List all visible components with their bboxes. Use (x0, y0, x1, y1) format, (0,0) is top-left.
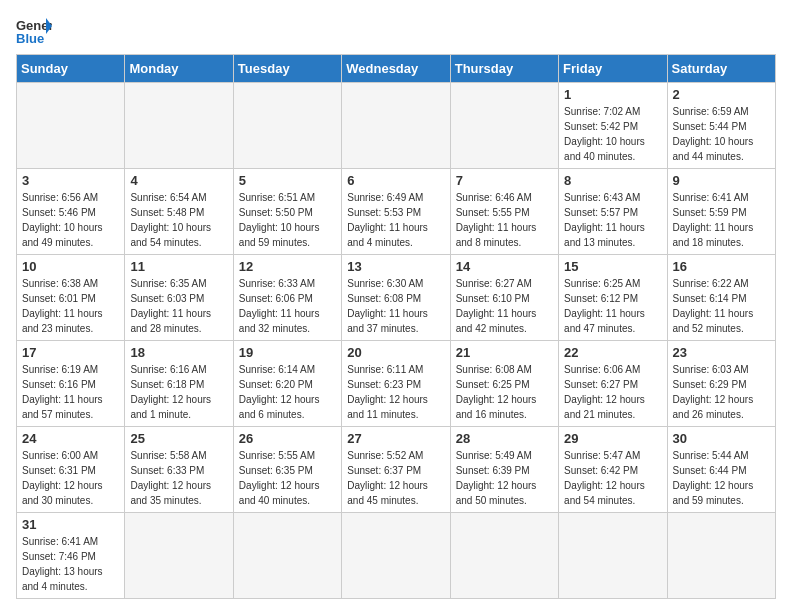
day-info: Sunrise: 6:49 AM Sunset: 5:53 PM Dayligh… (347, 190, 444, 250)
day-info: Sunrise: 6:11 AM Sunset: 6:23 PM Dayligh… (347, 362, 444, 422)
calendar-cell: 25Sunrise: 5:58 AM Sunset: 6:33 PM Dayli… (125, 427, 233, 513)
calendar-cell: 13Sunrise: 6:30 AM Sunset: 6:08 PM Dayli… (342, 255, 450, 341)
day-info: Sunrise: 5:47 AM Sunset: 6:42 PM Dayligh… (564, 448, 661, 508)
calendar-cell: 7Sunrise: 6:46 AM Sunset: 5:55 PM Daylig… (450, 169, 558, 255)
calendar-cell: 1Sunrise: 7:02 AM Sunset: 5:42 PM Daylig… (559, 83, 667, 169)
day-info: Sunrise: 6:33 AM Sunset: 6:06 PM Dayligh… (239, 276, 336, 336)
day-info: Sunrise: 6:16 AM Sunset: 6:18 PM Dayligh… (130, 362, 227, 422)
day-info: Sunrise: 6:46 AM Sunset: 5:55 PM Dayligh… (456, 190, 553, 250)
calendar-week-row: 10Sunrise: 6:38 AM Sunset: 6:01 PM Dayli… (17, 255, 776, 341)
day-number: 16 (673, 259, 770, 274)
day-header-monday: Monday (125, 55, 233, 83)
day-header-thursday: Thursday (450, 55, 558, 83)
day-number: 20 (347, 345, 444, 360)
day-number: 22 (564, 345, 661, 360)
calendar-cell: 4Sunrise: 6:54 AM Sunset: 5:48 PM Daylig… (125, 169, 233, 255)
calendar-cell: 28Sunrise: 5:49 AM Sunset: 6:39 PM Dayli… (450, 427, 558, 513)
day-number: 12 (239, 259, 336, 274)
day-info: Sunrise: 6:00 AM Sunset: 6:31 PM Dayligh… (22, 448, 119, 508)
day-info: Sunrise: 5:58 AM Sunset: 6:33 PM Dayligh… (130, 448, 227, 508)
calendar-cell: 12Sunrise: 6:33 AM Sunset: 6:06 PM Dayli… (233, 255, 341, 341)
calendar-cell (125, 83, 233, 169)
day-number: 23 (673, 345, 770, 360)
day-header-sunday: Sunday (17, 55, 125, 83)
day-info: Sunrise: 6:38 AM Sunset: 6:01 PM Dayligh… (22, 276, 119, 336)
day-info: Sunrise: 6:43 AM Sunset: 5:57 PM Dayligh… (564, 190, 661, 250)
calendar-cell: 22Sunrise: 6:06 AM Sunset: 6:27 PM Dayli… (559, 341, 667, 427)
calendar-cell: 10Sunrise: 6:38 AM Sunset: 6:01 PM Dayli… (17, 255, 125, 341)
day-info: Sunrise: 6:35 AM Sunset: 6:03 PM Dayligh… (130, 276, 227, 336)
day-number: 21 (456, 345, 553, 360)
day-number: 14 (456, 259, 553, 274)
day-number: 5 (239, 173, 336, 188)
day-header-wednesday: Wednesday (342, 55, 450, 83)
day-number: 4 (130, 173, 227, 188)
day-info: Sunrise: 6:30 AM Sunset: 6:08 PM Dayligh… (347, 276, 444, 336)
calendar-cell: 26Sunrise: 5:55 AM Sunset: 6:35 PM Dayli… (233, 427, 341, 513)
day-number: 17 (22, 345, 119, 360)
day-info: Sunrise: 6:41 AM Sunset: 5:59 PM Dayligh… (673, 190, 770, 250)
day-number: 9 (673, 173, 770, 188)
calendar-cell: 11Sunrise: 6:35 AM Sunset: 6:03 PM Dayli… (125, 255, 233, 341)
day-number: 24 (22, 431, 119, 446)
day-number: 8 (564, 173, 661, 188)
day-info: Sunrise: 6:51 AM Sunset: 5:50 PM Dayligh… (239, 190, 336, 250)
calendar-cell (450, 83, 558, 169)
calendar-cell: 5Sunrise: 6:51 AM Sunset: 5:50 PM Daylig… (233, 169, 341, 255)
calendar-cell: 18Sunrise: 6:16 AM Sunset: 6:18 PM Dayli… (125, 341, 233, 427)
calendar-cell: 6Sunrise: 6:49 AM Sunset: 5:53 PM Daylig… (342, 169, 450, 255)
day-number: 19 (239, 345, 336, 360)
calendar-cell: 20Sunrise: 6:11 AM Sunset: 6:23 PM Dayli… (342, 341, 450, 427)
calendar-week-row: 1Sunrise: 7:02 AM Sunset: 5:42 PM Daylig… (17, 83, 776, 169)
calendar-cell (342, 83, 450, 169)
day-info: Sunrise: 5:49 AM Sunset: 6:39 PM Dayligh… (456, 448, 553, 508)
day-header-tuesday: Tuesday (233, 55, 341, 83)
day-number: 11 (130, 259, 227, 274)
day-number: 6 (347, 173, 444, 188)
calendar-cell: 30Sunrise: 5:44 AM Sunset: 6:44 PM Dayli… (667, 427, 775, 513)
day-info: Sunrise: 6:25 AM Sunset: 6:12 PM Dayligh… (564, 276, 661, 336)
calendar-cell: 3Sunrise: 6:56 AM Sunset: 5:46 PM Daylig… (17, 169, 125, 255)
calendar-week-row: 24Sunrise: 6:00 AM Sunset: 6:31 PM Dayli… (17, 427, 776, 513)
calendar-cell (667, 513, 775, 599)
calendar-cell (17, 83, 125, 169)
day-number: 30 (673, 431, 770, 446)
day-info: Sunrise: 6:14 AM Sunset: 6:20 PM Dayligh… (239, 362, 336, 422)
calendar-cell: 2Sunrise: 6:59 AM Sunset: 5:44 PM Daylig… (667, 83, 775, 169)
calendar-cell (233, 513, 341, 599)
day-number: 10 (22, 259, 119, 274)
day-info: Sunrise: 7:02 AM Sunset: 5:42 PM Dayligh… (564, 104, 661, 164)
day-info: Sunrise: 6:06 AM Sunset: 6:27 PM Dayligh… (564, 362, 661, 422)
calendar-cell (125, 513, 233, 599)
calendar-cell: 31Sunrise: 6:41 AM Sunset: 7:46 PM Dayli… (17, 513, 125, 599)
calendar-cell: 15Sunrise: 6:25 AM Sunset: 6:12 PM Dayli… (559, 255, 667, 341)
day-info: Sunrise: 6:03 AM Sunset: 6:29 PM Dayligh… (673, 362, 770, 422)
day-info: Sunrise: 6:22 AM Sunset: 6:14 PM Dayligh… (673, 276, 770, 336)
day-header-saturday: Saturday (667, 55, 775, 83)
day-header-friday: Friday (559, 55, 667, 83)
calendar-cell (233, 83, 341, 169)
page-header: General Blue (16, 16, 776, 46)
day-number: 27 (347, 431, 444, 446)
calendar-table: SundayMondayTuesdayWednesdayThursdayFrid… (16, 54, 776, 599)
day-info: Sunrise: 6:41 AM Sunset: 7:46 PM Dayligh… (22, 534, 119, 594)
logo-icon: General Blue (16, 16, 52, 46)
calendar-cell (450, 513, 558, 599)
svg-text:Blue: Blue (16, 31, 44, 46)
day-number: 31 (22, 517, 119, 532)
day-headers-row: SundayMondayTuesdayWednesdayThursdayFrid… (17, 55, 776, 83)
calendar-cell: 29Sunrise: 5:47 AM Sunset: 6:42 PM Dayli… (559, 427, 667, 513)
day-number: 18 (130, 345, 227, 360)
day-info: Sunrise: 6:19 AM Sunset: 6:16 PM Dayligh… (22, 362, 119, 422)
calendar-cell: 24Sunrise: 6:00 AM Sunset: 6:31 PM Dayli… (17, 427, 125, 513)
calendar-cell: 27Sunrise: 5:52 AM Sunset: 6:37 PM Dayli… (342, 427, 450, 513)
calendar-cell: 21Sunrise: 6:08 AM Sunset: 6:25 PM Dayli… (450, 341, 558, 427)
day-number: 28 (456, 431, 553, 446)
day-number: 29 (564, 431, 661, 446)
calendar-cell (559, 513, 667, 599)
day-info: Sunrise: 5:44 AM Sunset: 6:44 PM Dayligh… (673, 448, 770, 508)
day-number: 25 (130, 431, 227, 446)
day-info: Sunrise: 6:27 AM Sunset: 6:10 PM Dayligh… (456, 276, 553, 336)
calendar-cell: 23Sunrise: 6:03 AM Sunset: 6:29 PM Dayli… (667, 341, 775, 427)
calendar-cell (342, 513, 450, 599)
